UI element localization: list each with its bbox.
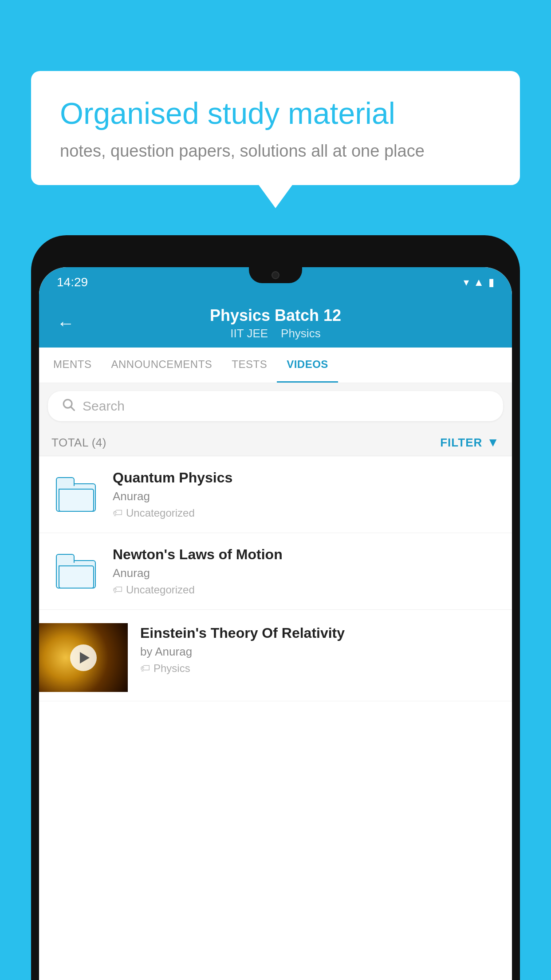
video-thumbnail-2	[39, 623, 128, 692]
video-title-2: Einstein's Theory Of Relativity	[140, 625, 500, 641]
video-thumb-1	[51, 547, 100, 596]
search-input-placeholder: Search	[83, 399, 125, 414]
tag-icon: 🏷	[140, 663, 150, 674]
play-button[interactable]	[70, 644, 97, 671]
wifi-icon: ▾	[464, 276, 469, 288]
video-list: Quantum Physics Anurag 🏷 Uncategorized	[39, 456, 512, 701]
thumb-background	[39, 623, 128, 692]
list-item[interactable]: Newton's Laws of Motion Anurag 🏷 Uncateg…	[39, 533, 512, 610]
status-icons: ▾ ▲ ▮	[464, 276, 494, 288]
phone-frame: 14:29 ▾ ▲ ▮ ← Physics Batch 12 IIT JEE P…	[31, 235, 520, 980]
tab-videos[interactable]: VIDEOS	[277, 348, 338, 383]
back-button[interactable]: ←	[57, 313, 75, 333]
list-item[interactable]: Quantum Physics Anurag 🏷 Uncategorized	[39, 456, 512, 533]
total-count-label: TOTAL (4)	[51, 436, 106, 450]
video-thumb-0	[51, 470, 100, 519]
list-item[interactable]: Einstein's Theory Of Relativity by Anura…	[39, 610, 512, 701]
header-title: Physics Batch 12	[88, 306, 463, 325]
tab-ments[interactable]: MENTS	[43, 348, 102, 383]
video-author-0: Anurag	[113, 490, 500, 503]
video-info-0: Quantum Physics Anurag 🏷 Uncategorized	[113, 470, 500, 519]
bubble-subtitle: notes, question papers, solutions all at…	[60, 142, 491, 161]
battery-icon: ▮	[488, 276, 494, 288]
camera-dot	[272, 271, 279, 279]
video-author-2: by Anurag	[140, 645, 500, 659]
tag-label-1: Uncategorized	[126, 584, 195, 596]
tag-icon: 🏷	[113, 507, 122, 519]
video-info-1: Newton's Laws of Motion Anurag 🏷 Uncateg…	[113, 546, 500, 596]
video-info-2: Einstein's Theory Of Relativity by Anura…	[140, 623, 500, 675]
status-time: 14:29	[57, 275, 88, 289]
tag-label-2: Physics	[153, 662, 190, 675]
video-title-1: Newton's Laws of Motion	[113, 546, 500, 563]
signal-icon: ▲	[473, 276, 484, 288]
header-tag-iit: IIT JEE	[230, 327, 268, 340]
video-tag-1: 🏷 Uncategorized	[113, 584, 500, 596]
folder-icon	[56, 554, 96, 589]
play-icon	[80, 652, 90, 664]
tab-tests[interactable]: TESTS	[222, 348, 277, 383]
total-filter-bar: TOTAL (4) FILTER ▼	[39, 429, 512, 456]
video-tag-0: 🏷 Uncategorized	[113, 507, 500, 519]
tag-label-0: Uncategorized	[126, 507, 195, 519]
header-tags: IIT JEE Physics	[88, 327, 463, 340]
search-bar-container: Search	[39, 383, 512, 429]
video-title-0: Quantum Physics	[113, 470, 500, 486]
phone-screen: 14:29 ▾ ▲ ▮ ← Physics Batch 12 IIT JEE P…	[39, 267, 512, 980]
filter-icon: ▼	[487, 435, 500, 450]
header-title-area: Physics Batch 12 IIT JEE Physics	[88, 306, 463, 340]
folder-icon	[56, 477, 96, 512]
notch	[249, 267, 302, 283]
speech-bubble-container: Organised study material notes, question…	[31, 71, 520, 185]
app-header: ← Physics Batch 12 IIT JEE Physics	[39, 297, 512, 348]
svg-line-1	[71, 407, 74, 410]
search-icon	[61, 397, 75, 415]
video-tag-2: 🏷 Physics	[140, 662, 500, 675]
filter-label: FILTER	[440, 436, 482, 450]
tab-announcements[interactable]: ANNOUNCEMENTS	[102, 348, 222, 383]
bubble-title: Organised study material	[60, 95, 491, 132]
tabs-bar: MENTS ANNOUNCEMENTS TESTS VIDEOS	[39, 348, 512, 383]
header-tag-physics: Physics	[281, 327, 321, 340]
speech-bubble: Organised study material notes, question…	[31, 71, 520, 185]
search-bar[interactable]: Search	[48, 391, 503, 421]
tag-icon: 🏷	[113, 584, 122, 596]
filter-button[interactable]: FILTER ▼	[440, 435, 500, 450]
video-author-1: Anurag	[113, 566, 500, 580]
